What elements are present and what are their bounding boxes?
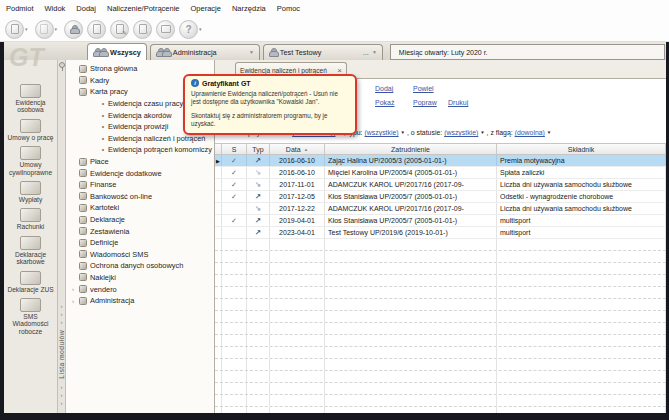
zestawienia-icon: [79, 227, 87, 235]
bullet-icon: •: [101, 146, 105, 153]
print-icon[interactable]: [156, 20, 175, 39]
dodaj-link[interactable]: Dodaj: [375, 85, 393, 92]
menu-podmiot[interactable]: Podmiot: [6, 4, 34, 13]
module-icon: [20, 84, 41, 98]
tree-item-administracja[interactable]: ›Administracja: [66, 295, 214, 307]
table-row[interactable]: ✓ ↘ 2016-06-10 Mięciel Karolina UP/2005/…: [215, 167, 666, 179]
kadry-icon: [79, 76, 87, 84]
help-icon[interactable]: ?: [179, 20, 198, 39]
header-zatrudnienie[interactable]: Zatrudnienie: [325, 144, 497, 154]
expander-icon[interactable]: ›: [70, 286, 76, 292]
header-data[interactable]: Data▲: [270, 144, 325, 154]
menu-widok[interactable]: Widok: [45, 4, 66, 13]
sidebar-item-rachunki[interactable]: Rachunki: [4, 208, 57, 230]
bullet-icon: •: [101, 123, 105, 130]
new-document-icon[interactable]: [87, 20, 106, 39]
tree-item-kartoteki[interactable]: Kartoteki: [66, 202, 214, 214]
header-s[interactable]: S: [222, 144, 247, 154]
tree-item-ochrona-danych-osobowych[interactable]: Ochrona danych osobowych: [66, 260, 214, 272]
pokaz-link[interactable]: Pokaż: [375, 99, 394, 106]
tree-item-vendero[interactable]: ›vendero: [66, 283, 214, 295]
table-row[interactable]: ↘ 2017-12-22 ADAMCZUK KAROL UP/2017/16 (…: [215, 203, 666, 215]
powiel-link[interactable]: Powiel: [413, 85, 434, 92]
table-row-empty: [215, 323, 666, 335]
recent-entity-icon[interactable]: [35, 20, 54, 39]
table-row-empty: [215, 275, 666, 287]
company-tab-bar: Wszyscy Administracja ▼ Test Testowy ...…: [4, 42, 666, 60]
sidebar-item-wyplaty[interactable]: Wypłaty: [4, 181, 57, 203]
lista-modulow-strip[interactable]: › › › Lista modułów › › ›: [57, 60, 66, 413]
more-dots[interactable]: ...: [363, 48, 369, 57]
deklaracje-icon: [79, 216, 87, 224]
table-row[interactable]: ✓ ↗ 2019-04-01 Kłos Stanisława UP/2005/7…: [215, 215, 666, 227]
chevron-down-icon: ▼: [480, 130, 484, 135]
chevron-down-icon: ▼: [401, 130, 405, 135]
find-document-icon[interactable]: ◌: [133, 20, 152, 39]
karta-pracy-icon: [79, 88, 87, 96]
menu-pomoc[interactable]: Pomoc: [277, 4, 300, 13]
tab-administracja-label: Administracja: [173, 48, 217, 57]
chevron-down-icon[interactable]: ▾: [55, 27, 58, 32]
open-entity-icon[interactable]: [5, 20, 24, 39]
tree-item-ewidencje-dodatkowe[interactable]: Ewidencje dodatkowe: [66, 167, 214, 179]
bankowosc-icon: [79, 192, 87, 200]
tree-item-deklaracje[interactable]: Deklaracje: [66, 214, 214, 226]
table-row[interactable]: ✓ ↘ 2017-11-01 ADAMCZUK KAROL UP/2017/16…: [215, 179, 666, 191]
filter-flaga-dropdown[interactable]: (dowolna): [515, 129, 545, 136]
home-icon: [79, 65, 87, 73]
tab-wszyscy[interactable]: Wszyscy: [87, 43, 147, 60]
chevron-down-icon[interactable]: ▼: [249, 50, 254, 55]
tree-item-bankowosc-on-line[interactable]: Bankowość on-line: [66, 191, 214, 203]
expander-icon[interactable]: ›: [70, 298, 76, 304]
drukuj-link[interactable]: Drukuj: [448, 99, 468, 106]
menu-dodaj[interactable]: Dodaj: [76, 4, 96, 13]
chevron-down-icon[interactable]: ▼: [372, 50, 377, 55]
pin-icon[interactable]: [59, 62, 65, 68]
tree-item-wiadomosci-sms[interactable]: Wiadomości SMS: [66, 249, 214, 261]
filter-typ-dropdown[interactable]: (wszystkie): [365, 129, 399, 136]
sidebar-item-deklaracje-zus[interactable]: Deklaracje ZUS: [4, 271, 57, 293]
check-icon: ✓: [231, 169, 237, 177]
tree-item-definicje[interactable]: Definicje: [66, 237, 214, 249]
header-typ[interactable]: Typ: [247, 144, 270, 154]
table-row[interactable]: ▶ ✓ ↗ 2016-06-10 Zając Halina UP/2005/3 …: [215, 155, 666, 167]
module-icon: [20, 271, 41, 285]
popraw-link[interactable]: Popraw: [413, 99, 437, 106]
menu-narzedzia[interactable]: Narzędzia: [232, 4, 266, 13]
table-header: S Typ Data▲ Zatrudnienie Składnik: [215, 143, 666, 155]
sidebar-item-umowy-o-prace[interactable]: Umowy o pracę: [4, 119, 57, 141]
tree-item-strona-glowna[interactable]: Strona główna: [66, 63, 214, 75]
menu-operacje[interactable]: Operacje: [191, 4, 221, 13]
sidebar-item-ewidencja-osobowa[interactable]: Ewidencja osobowa: [4, 84, 57, 114]
table-row-empty: [215, 251, 666, 263]
table-row[interactable]: ✓ ↗ 2017-12-05 Kłos Stanisława UP/2005/7…: [215, 191, 666, 203]
sidebar-item-deklaracje-skarbowe[interactable]: Deklaracje skarbowe: [4, 236, 57, 266]
tree-item-place[interactable]: Płace: [66, 156, 214, 168]
tab-administracja[interactable]: Administracja ▼: [150, 44, 260, 60]
gratyfikant-gt-window: Podmiot Widok Dodaj Naliczenie/Potrąceni…: [0, 0, 669, 420]
edit-document-icon[interactable]: ✎: [110, 20, 129, 39]
table-row[interactable]: ↗ 2023-04-01 Test Testowy UP/2019/6 (201…: [215, 227, 666, 239]
sms-icon: [79, 250, 87, 258]
sidebar-item-umowy-cywilnoprawne[interactable]: Umowy cywilnoprawne: [4, 146, 57, 176]
tree-item-naklejki[interactable]: Naklejki: [66, 272, 214, 284]
header-skladnik[interactable]: Składnik: [497, 144, 666, 154]
check-icon: ✓: [231, 193, 237, 201]
table-row-empty: [215, 347, 666, 359]
menu-naliczenie-potracenie[interactable]: Naliczenie/Potrącenie: [107, 4, 180, 13]
sidebar-item-sms-wiadomosci-robocze[interactable]: SMS Wiadomości robocze: [4, 298, 57, 335]
user-icon[interactable]: [64, 20, 83, 39]
chevron-down-icon[interactable]: ▾: [25, 27, 28, 32]
chevron-right-icon: ›: [61, 318, 63, 326]
tab-test-testowy[interactable]: Test Testowy ... ▼: [263, 44, 383, 60]
tree-item-ewidencja-potracen-komorniczych[interactable]: •Ewidencja potrąceń komorniczy: [66, 144, 214, 156]
definicje-icon: [79, 239, 87, 247]
bullet-icon: •: [101, 135, 105, 142]
tree-item-zestawienia[interactable]: Zestawienia: [66, 225, 214, 237]
table-row-empty: [215, 359, 666, 371]
tree-item-finanse[interactable]: Finanse: [66, 179, 214, 191]
filter-status-dropdown[interactable]: (wszystkie): [444, 129, 478, 136]
place-icon: [79, 158, 87, 166]
chevron-down-icon[interactable]: ▾: [199, 27, 202, 32]
group-icon: [93, 48, 107, 57]
